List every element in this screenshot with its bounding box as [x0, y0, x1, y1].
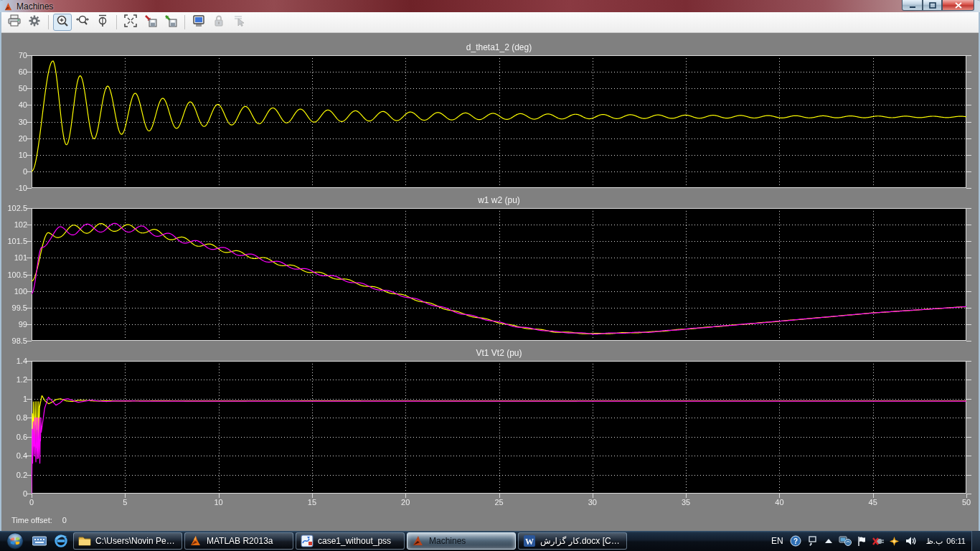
clock-period: ب.ظ — [926, 532, 943, 550]
scope-window-icon — [4, 1, 13, 11]
lock-icon — [212, 14, 225, 30]
taskbar-button-label: case1_without_pss — [318, 536, 391, 546]
svg-text:W: W — [525, 537, 534, 547]
taskbar-button-label: کار گزارش.docx [Com... — [540, 536, 622, 546]
word-icon: W — [523, 534, 536, 547]
titlebar: Machines — [0, 0, 980, 12]
print-icon — [8, 14, 21, 30]
clock-time: 06:11 — [946, 532, 966, 550]
floating-scope-button[interactable] — [189, 14, 208, 31]
zoom-x-icon — [76, 14, 89, 30]
start-button[interactable] — [4, 532, 26, 550]
time-offset-value: 0 — [62, 516, 67, 524]
parameters-button[interactable] — [25, 14, 44, 31]
taskbar: C:\Users\Novin Pend...MATLAB R2013acase1… — [0, 531, 980, 551]
signal-selection-button[interactable] — [230, 14, 248, 31]
lock-axes-button[interactable] — [209, 14, 228, 31]
display-connect-icon[interactable] — [838, 534, 852, 548]
restore-axes-icon — [164, 14, 177, 30]
taskbar-button-matlab[interactable]: MATLAB R2013a — [184, 532, 293, 550]
language-indicator[interactable]: EN — [771, 536, 783, 546]
toolbar-separator — [48, 15, 49, 29]
save-axes-settings-button[interactable] — [141, 14, 160, 31]
taskbar-button-simulink[interactable]: case1_without_pss — [296, 532, 405, 550]
taskbar-buttons: C:\Users\Novin Pend...MATLAB R2013acase1… — [73, 532, 629, 550]
autoscale-button[interactable] — [121, 14, 140, 31]
show-hidden-icons[interactable] — [821, 534, 836, 548]
toolbar-separator — [116, 15, 117, 29]
zoom-icon — [56, 14, 69, 30]
taskbar-button-label: MATLAB R2013a — [207, 536, 273, 546]
scope-icon — [412, 534, 425, 547]
system-tray: EN ? ب.ظ 06:11 — [771, 531, 980, 551]
matlab-icon — [189, 534, 202, 547]
signal-selector-icon — [232, 14, 245, 30]
restore-axes-settings-button[interactable] — [161, 14, 180, 31]
scope-canvas[interactable] — [1, 33, 980, 531]
taskbar-button-label: Machines — [429, 536, 466, 546]
language-keyboard-icon[interactable] — [30, 533, 49, 549]
zoom-y-button[interactable] — [93, 14, 112, 31]
minimize-button[interactable] — [902, 0, 923, 11]
scope-area: d_theta1_2 (deg)-10010203040506070w1 w2 … — [1, 33, 979, 531]
taskbar-button-scope[interactable]: Machines — [407, 532, 516, 550]
help-icon[interactable]: ? — [788, 534, 803, 548]
time-offset: Time offset:0 — [11, 516, 67, 524]
floating-scope-icon — [192, 14, 205, 30]
print-button[interactable] — [5, 14, 24, 31]
gear-icon — [28, 14, 41, 30]
folder-icon — [78, 534, 91, 547]
toolbar-separator — [184, 15, 185, 29]
scope-window: Machines d_theta1_2 (deg)-10010203040506… — [0, 0, 980, 531]
taskbar-button-label: C:\Users\Novin Pend... — [95, 536, 177, 546]
zoom-x-button[interactable] — [73, 14, 92, 31]
simulink-icon — [301, 534, 314, 547]
toolbar — [1, 12, 979, 33]
window-title: Machines — [17, 1, 53, 12]
window-restore-icon[interactable] — [805, 534, 819, 548]
taskbar-button-folder[interactable]: C:\Users\Novin Pend... — [73, 532, 182, 550]
maximize-button[interactable] — [923, 0, 942, 11]
svg-text:?: ? — [793, 537, 798, 545]
taskbar-button-word[interactable]: Wکار گزارش.docx [Com... — [518, 532, 627, 550]
power-plug-error-icon[interactable] — [871, 534, 885, 548]
action-center-flag-icon[interactable] — [854, 534, 869, 548]
show-desktop-button[interactable] — [971, 531, 980, 551]
volume-icon[interactable] — [904, 534, 918, 548]
autoscale-icon — [124, 14, 137, 30]
zoom-y-icon — [96, 14, 109, 30]
close-button[interactable] — [942, 0, 974, 11]
zoom-button[interactable] — [53, 14, 72, 31]
taskbar-clock[interactable]: ب.ظ 06:11 — [926, 532, 966, 550]
time-offset-label: Time offset: — [11, 516, 52, 524]
save-axes-icon — [144, 14, 157, 30]
internet-explorer-icon[interactable] — [52, 533, 70, 549]
update-spark-icon[interactable] — [887, 534, 902, 548]
